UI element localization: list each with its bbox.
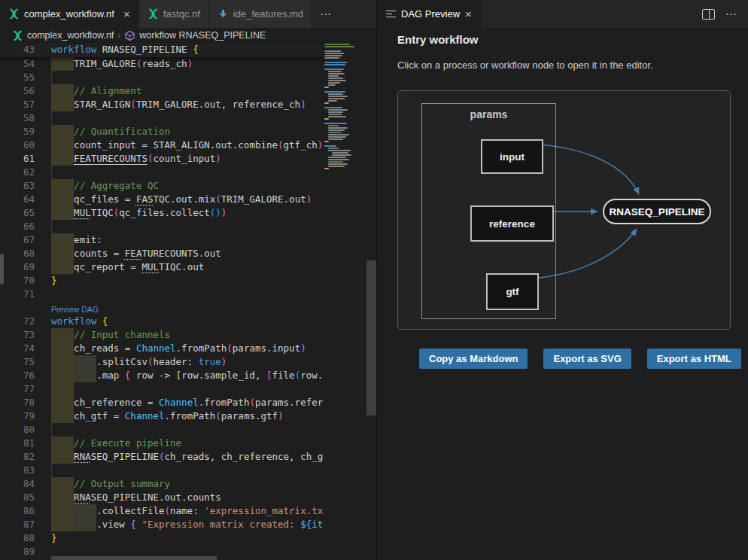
line-number: 73: [0, 328, 35, 342]
code-line: 55: [0, 71, 324, 84]
minimap-line: [324, 145, 336, 147]
minimap-line: [328, 73, 345, 75]
minimap[interactable]: [324, 44, 366, 194]
cluster-label: params: [422, 108, 555, 120]
split-editor-icon[interactable]: [702, 9, 715, 20]
minimap-line: [324, 118, 329, 120]
breadcrumb-file[interactable]: complex_workflow.nf: [27, 30, 114, 41]
line-number: 65: [0, 206, 35, 220]
minimap-line: [324, 87, 329, 88]
line-number: 72: [0, 315, 35, 328]
vertical-scrollbar[interactable]: [366, 260, 376, 415]
minimap-line: [328, 111, 343, 113]
minimap-line: [328, 134, 349, 135]
code-line: 82 RNASEQ_PIPELINE(ch_reads, ch_referenc…: [0, 450, 324, 464]
line-number: 82: [0, 450, 35, 464]
minimap-line: [328, 138, 343, 140]
minimap-line: [332, 154, 351, 156]
minimap-line: [328, 132, 342, 133]
minimap-line: [328, 98, 345, 99]
code-line: 72workflow {: [0, 315, 324, 328]
line-number: 85: [0, 491, 35, 504]
indent-highlight: [51, 382, 74, 396]
tab-fastqc-nf[interactable]: fastqc.nf: [139, 0, 209, 28]
line-number: 84: [0, 477, 35, 491]
code-line: 56 // Alignment: [0, 84, 324, 98]
tab-overflow-icon[interactable]: ⋯: [320, 8, 332, 21]
page-title: Entry workflow: [397, 33, 479, 46]
code-line: 71: [0, 288, 324, 301]
line-number: 56: [0, 84, 35, 98]
workflow-symbol-icon: [124, 30, 135, 41]
close-icon[interactable]: ×: [465, 8, 472, 20]
minimap-line: [324, 50, 341, 52]
dag-node-input[interactable]: input: [481, 139, 543, 174]
minimap-line: [328, 109, 348, 111]
vscode-window: { "tabs": [ {"label": "complex_workflow.…: [0, 0, 748, 560]
tab-ide-features-md[interactable]: ide_features.md: [209, 0, 312, 28]
line-number: 81: [0, 437, 35, 450]
panel-actions: ⋯: [702, 0, 748, 28]
close-icon[interactable]: ×: [123, 8, 130, 20]
code-text: // Output summary: [51, 477, 170, 491]
line-number: 54: [0, 57, 35, 71]
minimap-line: [328, 148, 339, 149]
export-as-html-button[interactable]: Export as HTML: [647, 348, 741, 369]
line-number: 79: [0, 409, 35, 423]
code-text: TRIM_GALORE(reads_ch): [51, 57, 193, 71]
dag-export-buttons: Copy as MarkdownExport as SVGExport as H…: [419, 348, 741, 369]
horizontal-scrollbar[interactable]: [51, 556, 217, 560]
line-number: 83: [0, 464, 35, 477]
dag-node-reference[interactable]: reference: [470, 205, 554, 242]
minimap-line: [328, 161, 343, 163]
line-number: 68: [0, 247, 35, 260]
code-line: 64 qc_files = FASTQC.out.mix(TRIM_GALORE…: [0, 193, 324, 206]
minimap-line: [328, 157, 346, 158]
dag-node-rnaseq-pipeline[interactable]: RNASEQ_PIPELINE: [603, 199, 711, 224]
left-edge-scrollbar[interactable]: [0, 254, 4, 285]
code-line: 70}: [0, 274, 324, 288]
code-line: 73 // Input channels: [0, 328, 324, 342]
code-text: RNASEQ_PIPELINE(ch_reads, ch_reference, …: [51, 450, 324, 464]
export-as-svg-button[interactable]: Export as SVG: [543, 348, 631, 369]
dag-node-gtf[interactable]: gtf: [486, 273, 539, 310]
tab-label: ide_features.md: [233, 8, 303, 20]
tab-dag-preview[interactable]: DAG Preview ×: [377, 0, 481, 28]
nextflow-file-icon: [12, 30, 23, 41]
params-cluster: params input reference gtf: [421, 103, 556, 319]
copy-as-markdown-button[interactable]: Copy as Markdown: [419, 348, 528, 369]
code-editor[interactable]: 54 TRIM_GALORE(reads_ch)5556 // Alignmen…: [0, 43, 324, 560]
code-text: .splitCsv(header: true): [51, 355, 227, 369]
tab-label: fastqc.nf: [163, 8, 200, 20]
panel-tab-title: DAG Preview: [401, 8, 460, 20]
code-text: qc_report = MULTIQC.out: [51, 260, 204, 274]
code-line: 67 emit:: [0, 233, 324, 247]
minimap-line: [324, 44, 350, 45]
code-text: // Execute pipeline: [51, 437, 181, 450]
code-text: workflow {: [51, 315, 108, 328]
line-number: 43: [0, 43, 35, 56]
preview-icon: [386, 8, 396, 20]
tab-complex-workflow-nf[interactable]: complex_workflow.nf×: [0, 0, 139, 28]
nextflow-file-icon: [147, 8, 159, 20]
minimap-line: [328, 75, 339, 77]
editor-tab-bar: complex_workflow.nf×fastqc.nfide_feature…: [0, 0, 376, 28]
breadcrumb-symbol[interactable]: workflow RNASEQ_PIPELINE: [139, 30, 266, 41]
more-actions-icon[interactable]: ⋯: [725, 8, 737, 21]
code-line: 84 // Output summary: [0, 477, 324, 491]
minimap-line: [328, 166, 345, 167]
markdown-file-icon: [217, 8, 229, 20]
code-line: 74 ch_reads = Channel.fromPath(params.in…: [0, 342, 324, 355]
indent-guide: [51, 464, 52, 477]
code-text: workflow RNASEQ_PIPELINE {: [51, 43, 199, 56]
code-text: .collectFile(name: 'expression_matrix.tx…: [51, 504, 324, 518]
minimap-line: [328, 116, 346, 117]
minimap-line: [324, 168, 329, 169]
line-number: 57: [0, 98, 35, 111]
code-line: 59 // Quantification: [0, 125, 324, 138]
line-number: 69: [0, 260, 35, 274]
sticky-scroll-line[interactable]: 43workflow RNASEQ_PIPELINE {: [0, 43, 324, 57]
minimap-line: [328, 80, 346, 81]
code-line: 54 TRIM_GALORE(reads_ch): [0, 57, 324, 71]
minimap-line: [328, 159, 349, 160]
